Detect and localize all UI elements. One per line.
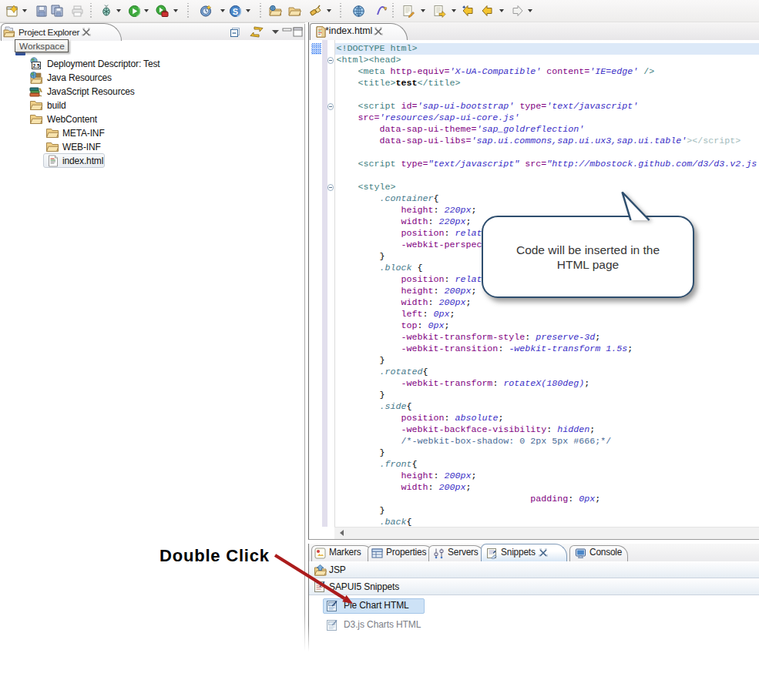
- svg-text:S: S: [233, 7, 238, 16]
- svg-text:2.5: 2.5: [32, 63, 39, 69]
